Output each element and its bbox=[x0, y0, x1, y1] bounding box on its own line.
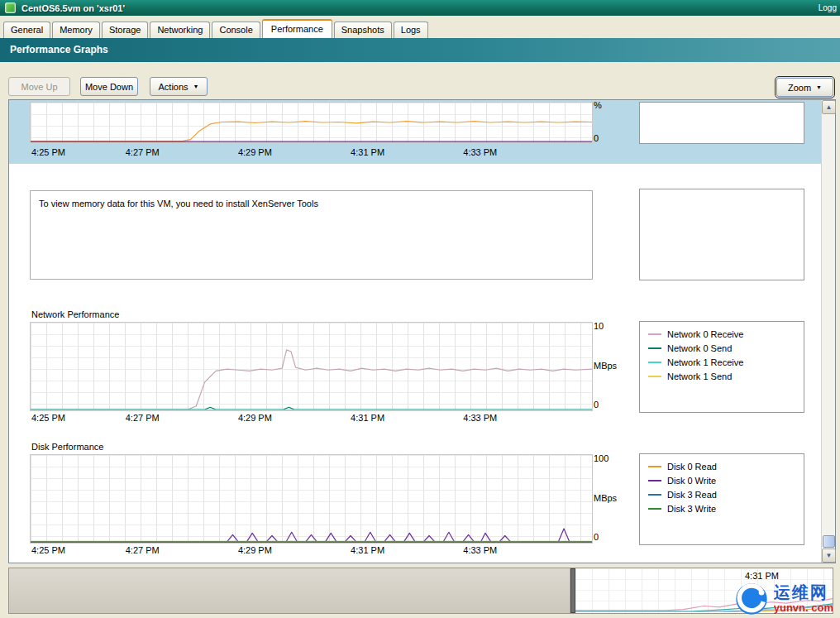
move-down-button[interactable]: Move Down bbox=[80, 77, 138, 96]
network-graph-title: Network Performance bbox=[31, 309, 119, 319]
legend-label: Network 0 Send bbox=[667, 343, 732, 353]
memory-notice-text: To view memory data for this VM, you nee… bbox=[39, 199, 318, 208]
legend-label: Disk 0 Read bbox=[667, 462, 717, 472]
disk-y-axis-min: 0 bbox=[594, 532, 599, 542]
time-tick: 4:31 PM bbox=[351, 147, 384, 157]
time-tick: 4:27 PM bbox=[126, 413, 160, 423]
tab-logs[interactable]: Logs bbox=[394, 22, 428, 38]
disk-y-axis-max: 100 bbox=[594, 453, 609, 463]
network-time-axis: 4:25 PM 4:27 PM 4:29 PM 4:31 PM 4:33 PM bbox=[30, 413, 593, 424]
time-tick: 4:25 PM bbox=[31, 545, 65, 555]
xencenter-window: CentOS6.5vm on 'xsr01' Logg General Memo… bbox=[0, 0, 840, 618]
disk-performance-chart[interactable] bbox=[30, 454, 593, 544]
vertical-scrollbar[interactable]: ▲ ▼ bbox=[821, 100, 835, 563]
legend-label: Network 1 Receive bbox=[667, 357, 743, 367]
watermark-site: yunvn. com bbox=[774, 602, 833, 615]
time-tick: 4:25 PM bbox=[31, 147, 65, 157]
page-title: Performance Graphs bbox=[0, 38, 840, 62]
time-tick: 4:27 PM bbox=[126, 147, 160, 157]
scrubber-unselected-region[interactable] bbox=[9, 568, 570, 613]
time-tick: 4:29 PM bbox=[238, 413, 272, 423]
legend-label: Network 0 Receive bbox=[667, 329, 743, 339]
cpu-y-axis-max: % bbox=[594, 100, 602, 110]
network-legend-box: Network 0 Receive Network 0 Send Network… bbox=[639, 321, 804, 413]
disk-legend-box: Disk 0 Read Disk 0 Write Disk 3 Read Dis… bbox=[639, 453, 804, 545]
legend-item: Disk 0 Write bbox=[648, 473, 804, 487]
zoom-label: Zoom bbox=[788, 83, 811, 93]
graphs-panel: % 0 4:25 PM 4:27 PM 4:29 PM 4:31 PM 4:33… bbox=[8, 99, 836, 563]
disk-time-axis: 4:25 PM 4:27 PM 4:29 PM 4:31 PM 4:33 PM bbox=[30, 545, 593, 556]
series-color-swatch bbox=[648, 362, 661, 363]
series-color-swatch bbox=[648, 347, 661, 349]
time-tick: 4:27 PM bbox=[126, 545, 160, 555]
series-color-swatch bbox=[648, 508, 661, 510]
series-color-swatch bbox=[648, 466, 661, 467]
time-tick: 4:33 PM bbox=[463, 147, 497, 157]
logged-in-text: Logg bbox=[819, 3, 837, 12]
move-down-label: Move Down bbox=[85, 82, 133, 92]
tab-memory[interactable]: Memory bbox=[52, 22, 100, 38]
window-title: CentOS6.5vm on 'xsr01' bbox=[21, 3, 125, 13]
legend-label: Disk 3 Read bbox=[667, 490, 717, 500]
series-color-swatch bbox=[648, 494, 661, 496]
tab-performance[interactable]: Performance bbox=[262, 19, 332, 38]
memory-notice-panel: To view memory data for this VM, you nee… bbox=[30, 190, 593, 280]
zoom-button[interactable]: Zoom ▼ bbox=[776, 78, 833, 97]
xencenter-icon bbox=[5, 2, 16, 13]
cpu-legend-box bbox=[639, 102, 804, 144]
window-titlebar: CentOS6.5vm on 'xsr01' Logg bbox=[0, 0, 840, 16]
network-performance-chart[interactable] bbox=[30, 322, 593, 411]
tab-general[interactable]: General bbox=[3, 22, 50, 38]
time-range-panel: 4:31 PM bbox=[0, 564, 840, 618]
network-y-axis-max: 10 bbox=[594, 321, 604, 331]
scroll-down-button[interactable]: ▼ bbox=[822, 549, 836, 563]
scroll-up-button[interactable]: ▲ bbox=[822, 100, 836, 114]
tab-console[interactable]: Console bbox=[212, 22, 260, 38]
chevron-down-icon: ▼ bbox=[193, 84, 199, 89]
legend-item: Network 1 Send bbox=[648, 369, 804, 383]
time-tick: 4:31 PM bbox=[351, 545, 384, 555]
scrubber-time-label: 4:31 PM bbox=[745, 571, 779, 581]
tab-bar: General Memory Storage Networking Consol… bbox=[0, 16, 840, 38]
time-tick: 4:29 PM bbox=[238, 545, 272, 555]
legend-label: Disk 0 Write bbox=[667, 476, 716, 486]
time-tick: 4:25 PM bbox=[31, 413, 65, 423]
legend-item: Disk 3 Read bbox=[648, 487, 804, 501]
tab-networking[interactable]: Networking bbox=[150, 22, 210, 38]
legend-item: Disk 0 Read bbox=[648, 459, 804, 473]
cpu-time-axis: 4:25 PM 4:27 PM 4:29 PM 4:31 PM 4:33 PM bbox=[30, 147, 593, 158]
network-y-axis-min: 0 bbox=[594, 400, 599, 410]
scrollbar-thumb[interactable] bbox=[823, 535, 835, 548]
legend-item: Network 0 Send bbox=[648, 341, 804, 355]
time-tick: 4:33 PM bbox=[463, 413, 497, 423]
legend-item: Disk 3 Write bbox=[648, 501, 804, 515]
time-tick: 4:29 PM bbox=[238, 147, 272, 157]
memory-legend-box bbox=[639, 189, 804, 280]
time-tick: 4:33 PM bbox=[463, 545, 497, 555]
chevron-down-icon: ▼ bbox=[816, 84, 822, 90]
time-tick: 4:31 PM bbox=[351, 413, 384, 423]
legend-item: Network 0 Receive bbox=[648, 327, 804, 341]
cpu-y-axis-min: 0 bbox=[594, 133, 599, 143]
actions-button[interactable]: Actions ▼ bbox=[150, 77, 208, 96]
legend-label: Disk 3 Write bbox=[667, 504, 716, 514]
move-up-label: Move Up bbox=[21, 82, 57, 92]
time-range-scrubber[interactable]: 4:31 PM bbox=[8, 568, 833, 614]
cpu-performance-chart[interactable] bbox=[30, 102, 593, 143]
legend-label: Network 1 Send bbox=[667, 371, 732, 381]
move-up-button[interactable]: Move Up bbox=[8, 77, 70, 96]
yunvn-logo-icon bbox=[733, 581, 770, 617]
actions-label: Actions bbox=[158, 82, 188, 92]
network-y-axis-unit: MBps bbox=[594, 361, 617, 371]
site-watermark: 运维网 yunvn. com bbox=[733, 581, 833, 617]
series-color-swatch bbox=[648, 480, 661, 481]
tab-snapshots[interactable]: Snapshots bbox=[334, 22, 392, 38]
series-color-swatch bbox=[648, 333, 661, 335]
disk-y-axis-unit: MBps bbox=[594, 493, 617, 503]
disk-graph-title: Disk Performance bbox=[31, 442, 103, 452]
tab-storage[interactable]: Storage bbox=[102, 22, 149, 38]
legend-item: Network 1 Receive bbox=[648, 355, 804, 369]
series-color-swatch bbox=[648, 376, 661, 377]
watermark-name: 运维网 bbox=[774, 583, 833, 602]
